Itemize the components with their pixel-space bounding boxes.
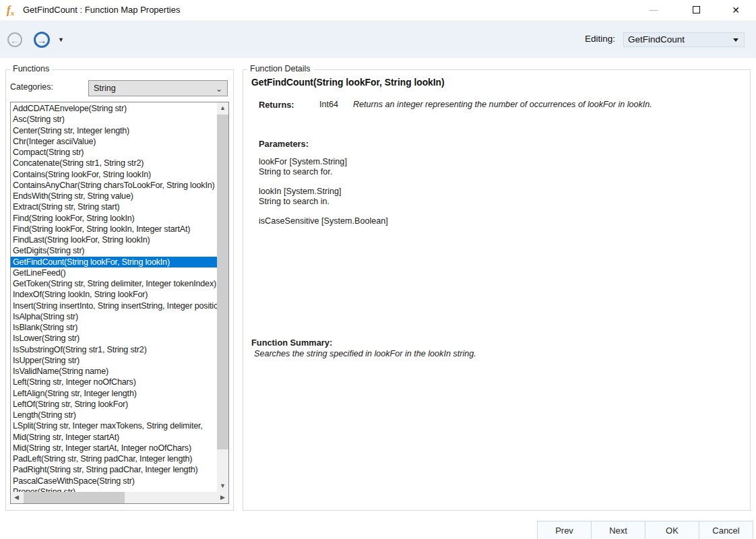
vertical-scrollbar[interactable]: ▲ ▼	[217, 102, 228, 492]
close-button[interactable]: ✕	[720, 0, 751, 20]
list-item[interactable]: GetFindCount(String lookFor, String look…	[11, 257, 217, 267]
list-item[interactable]: AddCDATAEnvelope(String str)	[11, 103, 217, 114]
list-item[interactable]: IndexOf(String lookIn, String lookFor)	[11, 289, 217, 300]
horizontal-scrollbar[interactable]: ◀ ▶	[11, 492, 228, 503]
list-item[interactable]: IsSubstringOf(String str1, String str2)	[11, 344, 217, 355]
list-item[interactable]: GetToken(String str, String delimiter, I…	[11, 278, 217, 289]
function-list: AddCDATAEnvelope(String str)Asc(String s…	[11, 103, 217, 493]
scroll-left-icon[interactable]: ◀	[11, 492, 22, 503]
returns-description: Returns an integer representing the numb…	[353, 100, 652, 109]
list-item[interactable]: GetDigits(String str)	[11, 245, 217, 256]
editing-dropdown-value: GetFindCount	[628, 34, 685, 44]
function-summary-label: Function Summary:	[251, 338, 332, 348]
list-item[interactable]: Mid(String str, Integer startAt, Integer…	[11, 443, 217, 453]
list-item[interactable]: Extract(String str, String start)	[11, 201, 217, 212]
list-item[interactable]: PadRight(String str, String padChar, Int…	[11, 464, 217, 475]
function-details-groupbox: Function Details GetFindCount(String loo…	[243, 69, 751, 511]
list-item[interactable]: LeftAlign(String str, Integer length)	[11, 388, 217, 399]
forward-dropdown-caret-icon[interactable]: ▼	[58, 36, 64, 43]
list-item[interactable]: GetLineFeed()	[11, 267, 217, 278]
parameter-name: lookIn [System.String]	[259, 187, 717, 197]
list-item[interactable]: IsAlpha(String str)	[11, 311, 217, 322]
function-summary-text: Searches the string specified in lookFor…	[254, 349, 476, 358]
list-item[interactable]: Find(String lookFor, String lookIn, Inte…	[11, 224, 217, 234]
list-item[interactable]: Asc(String str)	[11, 114, 217, 125]
editing-dropdown[interactable]: GetFindCount	[623, 32, 745, 47]
scroll-down-icon[interactable]: ▼	[217, 480, 228, 492]
list-item[interactable]: EndsWith(String str, String value)	[11, 191, 217, 201]
list-item[interactable]: IsLower(String str)	[11, 333, 217, 344]
maximize-icon	[693, 6, 700, 13]
list-item[interactable]: LeftOf(String str, String lookFor)	[11, 399, 217, 410]
horizontal-scroll-thumb[interactable]	[24, 492, 125, 503]
function-signature: GetFindCount(String lookFor, String look…	[251, 77, 445, 88]
list-item[interactable]: LSplit(String str, Integer maxTokens, St…	[11, 420, 217, 431]
returns-type: Int64	[319, 100, 338, 109]
parameter-name: isCaseSensitive [System.Boolean]	[259, 216, 717, 226]
parameter-name: lookFor [System.String]	[259, 157, 717, 167]
functions-groupbox: Functions Categories: String ⌄ AddCDATAE…	[5, 69, 234, 511]
cancel-button[interactable]: Cancel	[699, 521, 753, 539]
forward-button[interactable]: →	[34, 32, 50, 48]
parameter-block: lookIn [System.String]String to search i…	[259, 187, 717, 207]
list-item[interactable]: Contains(String lookFor, String lookIn)	[11, 169, 217, 180]
list-item[interactable]: Center(String str, Integer length)	[11, 125, 217, 136]
function-listbox: AddCDATAEnvelope(String str)Asc(String s…	[10, 102, 229, 504]
parameters-list: lookFor [System.String]String to search …	[259, 157, 717, 236]
chevron-down-icon: ⌄	[216, 82, 222, 96]
next-button[interactable]: Next	[591, 521, 645, 539]
list-item[interactable]: Left(String str, Integer noOfChars)	[11, 377, 217, 387]
list-item[interactable]: ContainsAnyChar(String charsToLookFor, S…	[11, 180, 217, 191]
minimize-button[interactable]: —	[638, 0, 669, 20]
toolbar: ← → ▼ Editing: GetFindCount	[0, 20, 756, 58]
returns-label: Returns:	[259, 100, 294, 110]
list-item[interactable]: IsBlank(String str)	[11, 322, 217, 333]
parameter-block: isCaseSensitive [System.Boolean]	[259, 216, 717, 226]
chevron-down-icon	[733, 38, 738, 42]
fx-icon: fx	[7, 3, 22, 18]
categories-label: Categories:	[10, 82, 53, 92]
categories-dropdown[interactable]: String ⌄	[88, 80, 228, 96]
parameter-description: String to search for.	[259, 167, 717, 177]
vertical-scroll-thumb[interactable]	[217, 115, 228, 449]
function-map-properties-window: fx GetFindCount : Function Map Propertie…	[0, 0, 756, 539]
scroll-right-icon[interactable]: ▶	[217, 492, 228, 503]
list-item[interactable]: Length(String str)	[11, 410, 217, 420]
parameters-label: Parameters:	[259, 139, 309, 149]
list-item[interactable]: IsUpper(String str)	[11, 355, 217, 366]
list-item[interactable]: Compact(String str)	[11, 147, 217, 158]
functions-group-label: Functions	[10, 64, 52, 73]
list-item[interactable]: PadLeft(String str, String padChar, Inte…	[11, 453, 217, 464]
list-item[interactable]: IsValidName(String name)	[11, 366, 217, 377]
footer: PrevNextOKCancel	[0, 521, 756, 539]
list-item[interactable]: Find(String lookFor, String lookIn)	[11, 213, 217, 224]
list-item[interactable]: Mid(String str, Integer startAt)	[11, 432, 217, 443]
editing-label: Editing:	[585, 34, 615, 44]
window-title: GetFindCount : Function Map Properties	[23, 5, 180, 15]
function-details-group-label: Function Details	[247, 64, 313, 73]
list-item[interactable]: Concatenate(String str1, String str2)	[11, 158, 217, 168]
list-item[interactable]: Insert(String insertInto, String insertS…	[11, 300, 217, 311]
list-item[interactable]: FindLast(String lookFor, String lookIn)	[11, 234, 217, 245]
list-item[interactable]: Chr(Integer asciiValue)	[11, 136, 217, 147]
categories-dropdown-value: String	[94, 84, 116, 93]
back-button[interactable]: ←	[7, 32, 22, 47]
maximize-button[interactable]	[681, 0, 712, 20]
prev-button[interactable]: Prev	[537, 521, 592, 539]
scroll-up-icon[interactable]: ▲	[217, 102, 228, 114]
titlebar: fx GetFindCount : Function Map Propertie…	[0, 0, 756, 20]
list-item[interactable]: PascalCaseWithSpace(String str)	[11, 476, 217, 486]
parameter-block: lookFor [System.String]String to search …	[259, 157, 717, 177]
parameter-description: String to search in.	[259, 197, 717, 207]
ok-button[interactable]: OK	[645, 521, 699, 539]
